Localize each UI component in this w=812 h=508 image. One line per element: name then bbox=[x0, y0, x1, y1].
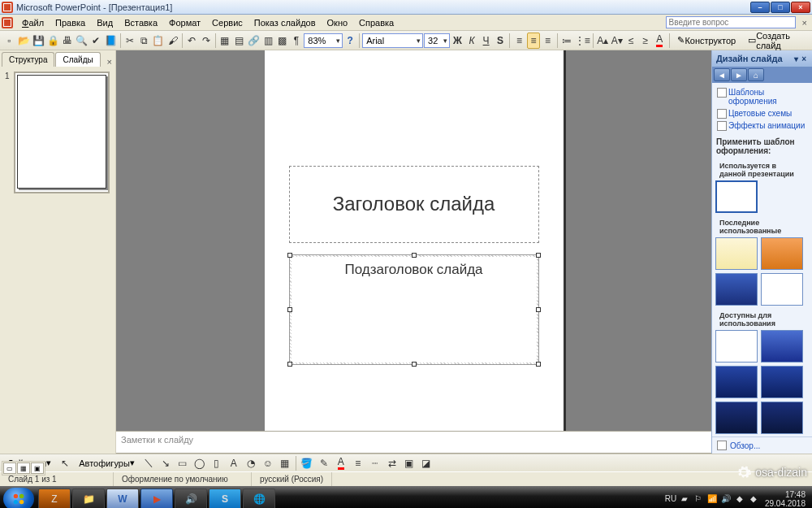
task-pane-close[interactable]: × bbox=[800, 54, 808, 63]
template-thumb[interactable] bbox=[761, 237, 803, 270]
fill-color-icon[interactable]: 🪣 bbox=[299, 455, 315, 471]
tray-icon[interactable]: ◆ bbox=[748, 493, 759, 505]
format-painter-icon[interactable]: 🖌 bbox=[166, 33, 179, 49]
new-slide-button[interactable]: ▭ Создать слайд bbox=[742, 33, 810, 49]
action-center-icon[interactable]: ⚐ bbox=[693, 493, 704, 505]
shadow-icon[interactable]: S bbox=[494, 33, 508, 49]
line-color-icon[interactable]: ✎ bbox=[316, 455, 332, 471]
slide-canvas[interactable]: Заголовок слайда Подзаголовок слайда bbox=[265, 50, 564, 431]
lang-indicator[interactable]: RU bbox=[665, 493, 676, 505]
preview-icon[interactable]: 🔍 bbox=[75, 33, 89, 49]
bullets-icon[interactable]: ⋮≡ bbox=[574, 33, 590, 49]
task-browser[interactable]: 🌐 bbox=[243, 488, 275, 509]
paste-icon[interactable]: 📋 bbox=[151, 33, 165, 49]
tray-icon[interactable]: ◆ bbox=[734, 493, 745, 505]
task-pane-dropdown[interactable]: ▾ bbox=[793, 54, 800, 63]
increase-indent-icon[interactable]: ≥ bbox=[639, 33, 653, 49]
help-icon[interactable]: ? bbox=[343, 33, 357, 49]
font-combo[interactable]: Arial bbox=[362, 33, 423, 48]
menu-format[interactable]: Формат bbox=[163, 16, 206, 29]
table-icon[interactable]: ▤ bbox=[232, 33, 246, 49]
tables-borders-icon[interactable]: ▥ bbox=[261, 33, 275, 49]
menu-window[interactable]: Окно bbox=[322, 16, 354, 29]
task-powerpoint[interactable]: ▶ bbox=[140, 488, 173, 509]
new-icon[interactable]: ▫ bbox=[2, 33, 16, 49]
task-explorer[interactable]: 📁 bbox=[72, 488, 105, 509]
grid-icon[interactable]: ▩ bbox=[275, 33, 289, 49]
link-design-templates[interactable]: Шаблоны оформления bbox=[715, 86, 809, 107]
3d-style-icon[interactable]: ◪ bbox=[418, 455, 434, 471]
task-skype[interactable]: S bbox=[209, 488, 241, 509]
slide-thumbnail-1[interactable] bbox=[14, 72, 110, 193]
flag-icon[interactable]: ▰ bbox=[679, 493, 690, 505]
template-thumb[interactable] bbox=[715, 237, 758, 270]
line-style-icon[interactable]: ≡ bbox=[350, 455, 366, 471]
subtitle-placeholder[interactable]: Подзаголовок слайда bbox=[289, 254, 539, 365]
nav-home-icon[interactable]: ⌂ bbox=[748, 68, 764, 81]
template-list[interactable]: Используется в данной презентации Послед… bbox=[712, 158, 812, 436]
menu-edit[interactable]: Правка bbox=[50, 16, 91, 29]
dash-style-icon[interactable]: ┈ bbox=[367, 455, 383, 471]
redo-icon[interactable]: ↷ bbox=[199, 33, 213, 49]
normal-view-icon[interactable]: ▭ bbox=[3, 462, 16, 474]
research-icon[interactable]: 📘 bbox=[104, 33, 118, 49]
template-thumb[interactable] bbox=[715, 180, 758, 213]
template-thumb[interactable] bbox=[761, 330, 803, 363]
sorter-view-icon[interactable]: ▦ bbox=[17, 462, 30, 474]
help-question-input[interactable] bbox=[666, 16, 796, 28]
font-color2-icon[interactable]: A bbox=[333, 455, 349, 471]
open-icon[interactable]: 📂 bbox=[17, 33, 31, 49]
picture-icon[interactable]: ▦ bbox=[277, 455, 293, 471]
underline-icon[interactable]: Ч bbox=[479, 33, 493, 49]
zoom-combo[interactable]: 83% bbox=[304, 33, 342, 48]
font-color-icon[interactable]: A bbox=[653, 33, 667, 49]
taskbar-clock[interactable]: 17:4829.04.2018 bbox=[762, 490, 809, 508]
template-thumb[interactable] bbox=[715, 273, 758, 306]
diagram-icon[interactable]: ◔ bbox=[243, 455, 259, 471]
fontsize-combo[interactable]: 32 bbox=[424, 33, 450, 48]
shadow-style-icon[interactable]: ▣ bbox=[401, 455, 417, 471]
constructor-button[interactable]: ✎ Конструктор bbox=[672, 33, 741, 49]
menu-help[interactable]: Справка bbox=[353, 16, 400, 29]
clipart-icon[interactable]: ☺ bbox=[260, 455, 276, 471]
menu-view[interactable]: Вид bbox=[91, 16, 119, 29]
menu-slideshow[interactable]: Показ слайдов bbox=[248, 16, 322, 29]
print-icon[interactable]: 🖶 bbox=[61, 33, 75, 49]
undo-icon[interactable]: ↶ bbox=[185, 33, 199, 49]
title-placeholder[interactable]: Заголовок слайда bbox=[289, 166, 539, 243]
wordart-icon[interactable]: A bbox=[226, 455, 242, 471]
maximize-button[interactable]: □ bbox=[771, 2, 790, 13]
arrow-style-icon[interactable]: ⇄ bbox=[384, 455, 400, 471]
italic-icon[interactable]: К bbox=[465, 33, 479, 49]
show-hide-icon[interactable]: ¶ bbox=[290, 33, 304, 49]
decrease-indent-icon[interactable]: ≤ bbox=[624, 33, 638, 49]
template-thumb[interactable] bbox=[715, 366, 758, 398]
template-thumb[interactable] bbox=[761, 273, 803, 306]
browse-link[interactable]: Обзор... bbox=[712, 436, 812, 454]
align-right-icon[interactable]: ≡ bbox=[541, 33, 555, 49]
menu-tools[interactable]: Сервис bbox=[206, 16, 248, 29]
nav-fwd-icon[interactable]: ► bbox=[731, 68, 747, 81]
chart-icon[interactable]: ▦ bbox=[218, 33, 232, 49]
numbering-icon[interactable]: ≔ bbox=[560, 33, 574, 49]
decrease-font-icon[interactable]: A▾ bbox=[610, 33, 624, 49]
permission-icon[interactable]: 🔒 bbox=[46, 33, 60, 49]
task-app-2[interactable]: 🔊 bbox=[175, 488, 207, 509]
template-thumb[interactable] bbox=[715, 402, 758, 434]
menu-insert[interactable]: Вставка bbox=[119, 16, 163, 29]
network-icon[interactable]: 📶 bbox=[706, 493, 718, 505]
spell-icon[interactable]: ✔ bbox=[89, 33, 103, 49]
template-thumb[interactable] bbox=[715, 330, 758, 363]
oval-icon[interactable]: ◯ bbox=[192, 455, 208, 471]
save-icon[interactable]: 💾 bbox=[32, 33, 45, 49]
autoshapes-menu[interactable]: Автофигуры ▾ bbox=[74, 456, 140, 471]
line-icon[interactable]: ＼ bbox=[140, 455, 157, 471]
task-word[interactable]: W bbox=[106, 488, 139, 509]
doc-close-button[interactable]: × bbox=[799, 18, 810, 28]
slideshow-view-icon[interactable]: ▣ bbox=[31, 462, 44, 474]
template-thumb[interactable] bbox=[761, 366, 803, 398]
notes-pane[interactable]: Заметки к слайду bbox=[116, 431, 711, 454]
align-center-icon[interactable]: ≡ bbox=[527, 33, 541, 49]
cut-icon[interactable]: ✂ bbox=[123, 33, 136, 49]
align-left-icon[interactable]: ≡ bbox=[512, 33, 526, 49]
